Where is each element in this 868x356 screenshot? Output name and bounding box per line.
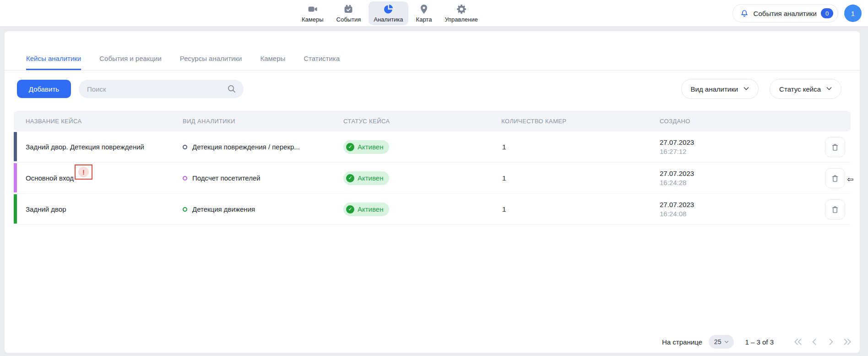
- table-row[interactable]: Задний двор Детекция движения ✓Активен 1…: [14, 194, 851, 225]
- tab-analytics-resources[interactable]: Ресурсы аналитики: [180, 55, 242, 70]
- trash-icon: [830, 142, 840, 152]
- search-input[interactable]: [79, 80, 244, 98]
- per-page-label: На странице: [662, 338, 702, 346]
- trash-icon: [830, 204, 840, 214]
- case-status-filter[interactable]: Статус кейса: [770, 79, 841, 99]
- col-case-name: НАЗВАНИЕ КЕЙСА: [26, 118, 183, 125]
- analytics-type-dot: [183, 176, 187, 181]
- per-page-select[interactable]: 25: [709, 335, 734, 349]
- created-date: 27.07.2023: [660, 200, 792, 209]
- check-circle-icon: ✓: [346, 205, 354, 214]
- camera-count: 1: [501, 174, 660, 182]
- created-time: 16:24:28: [660, 178, 792, 187]
- case-name: Основной вход: [26, 174, 74, 182]
- created-date: 27.07.2023: [660, 138, 792, 147]
- status-label: Активен: [358, 143, 383, 151]
- search-icon: [227, 84, 237, 96]
- col-analytics-type: ВИД АНАЛИТИКИ: [183, 118, 343, 125]
- add-button[interactable]: Добавить: [17, 80, 71, 98]
- nav-item-cameras[interactable]: Камеры: [297, 1, 329, 25]
- row-color-bar: [14, 163, 17, 192]
- nav-item-management[interactable]: Управление: [439, 1, 483, 25]
- tab-statistics[interactable]: Статистика: [304, 55, 340, 70]
- last-page-button[interactable]: [842, 337, 852, 347]
- next-page-button[interactable]: [826, 337, 836, 347]
- analytics-type-label: Детекция движения: [192, 205, 255, 213]
- chevron-down-icon: [825, 85, 833, 93]
- cases-table: НАЗВАНИЕ КЕЙСА ВИД АНАЛИТИКИ СТАТУС КЕЙС…: [14, 111, 851, 225]
- previous-page-button[interactable]: [809, 337, 819, 347]
- case-name: Задний двор. Детекция повреждений: [26, 143, 144, 151]
- top-right-actions: События аналитики 0 1: [732, 4, 862, 22]
- table-row[interactable]: Задний двор. Детекция повреждений Детекц…: [14, 131, 851, 163]
- created-cell: 27.07.2023 16:27:12: [660, 138, 792, 156]
- warning-icon: !: [78, 167, 89, 177]
- chevron-down-icon: [743, 85, 750, 93]
- status-badge: ✓Активен: [343, 140, 389, 154]
- search-box: [79, 80, 244, 98]
- pager: [793, 337, 852, 347]
- events-count-badge: 0: [821, 8, 833, 18]
- top-bar: Камеры События Аналитика Карта: [0, 0, 868, 27]
- map-pin-icon: [418, 4, 429, 15]
- delete-case-button[interactable]: [825, 137, 845, 157]
- nav-item-analytics[interactable]: Аналитика: [369, 1, 408, 25]
- content-card: Кейсы аналитики События и реакции Ресурс…: [5, 31, 860, 353]
- check-circle-icon: ✓: [346, 143, 354, 151]
- delete-case-button[interactable]: [825, 199, 845, 219]
- page-tabs: Кейсы аналитики События и реакции Ресурс…: [5, 31, 860, 71]
- analytics-type-dot: [183, 207, 187, 212]
- chevron-down-icon: [724, 339, 729, 345]
- analytics-type-filter[interactable]: Вид аналитики: [681, 79, 759, 99]
- nav-item-map[interactable]: Карта: [411, 1, 437, 25]
- analytics-events-button[interactable]: События аналитики 0: [732, 4, 838, 22]
- toolbar: Добавить Вид аналитики Статус кейса: [17, 80, 841, 98]
- created-time: 16:27:12: [660, 147, 792, 156]
- per-page-value: 25: [714, 338, 722, 345]
- tab-cameras[interactable]: Камеры: [260, 55, 285, 70]
- status-badge: ✓Активен: [343, 203, 389, 216]
- first-page-button[interactable]: [793, 337, 803, 347]
- status-label: Активен: [358, 174, 383, 182]
- analytics-events-label: События аналитики: [754, 10, 817, 17]
- analytics-type-label: Подсчет посетителей: [192, 174, 260, 182]
- nav-item-label: Камеры: [302, 16, 324, 23]
- table-header: НАЗВАНИЕ КЕЙСА ВИД АНАЛИТИКИ СТАТУС КЕЙС…: [14, 111, 851, 131]
- video-camera-icon: [307, 4, 318, 15]
- camera-count: 1: [501, 143, 660, 151]
- avatar[interactable]: 1: [844, 5, 862, 22]
- per-page-control: На странице 25: [662, 335, 734, 349]
- nav-item-label: События: [336, 16, 361, 23]
- nav-item-label: Управление: [445, 16, 477, 23]
- pie-chart-icon: [383, 4, 394, 15]
- filters: Вид аналитики Статус кейса: [681, 79, 841, 99]
- case-status-filter-label: Статус кейса: [779, 85, 821, 93]
- delete-case-button[interactable]: [825, 168, 845, 188]
- status-badge: ✓Активен: [343, 171, 389, 185]
- gear-icon: [456, 4, 467, 15]
- trash-icon: [830, 173, 840, 183]
- created-cell: 27.07.2023 16:24:08: [660, 200, 792, 219]
- col-camera-count: КОЛИЧЕСТВО КАМЕР: [501, 118, 660, 125]
- row-color-bar: [14, 132, 17, 161]
- table-row[interactable]: Основной вход ! Подсчет посетителей ✓Акт…: [14, 163, 851, 194]
- analytics-type-dot: [183, 145, 187, 149]
- created-cell: 27.07.2023 16:24:28: [660, 169, 792, 187]
- tab-analytics-cases[interactable]: Кейсы аналитики: [26, 55, 81, 70]
- status-label: Активен: [358, 205, 383, 213]
- analytics-type-filter-label: Вид аналитики: [691, 85, 738, 93]
- created-date: 27.07.2023: [660, 169, 792, 178]
- analytics-type-label: Детекция повреждения / перекр...: [192, 143, 300, 151]
- nav-item-label: Карта: [416, 16, 432, 23]
- pagination-bar: На странице 25 1 – 3 of 3: [5, 334, 852, 350]
- events-calendar-icon: [343, 4, 354, 15]
- row-color-bar: [14, 194, 17, 224]
- col-case-status: СТАТУС КЕЙСА: [343, 118, 501, 125]
- case-name: Задний двор: [26, 205, 66, 213]
- page-range-label: 1 – 3 of 3: [745, 338, 774, 346]
- nav-item-label: Аналитика: [374, 16, 403, 23]
- alert-highlight-box: !: [75, 164, 92, 180]
- created-time: 16:24:08: [660, 209, 792, 219]
- tab-events-reactions[interactable]: События и реакции: [99, 55, 162, 70]
- nav-item-events[interactable]: События: [331, 1, 366, 25]
